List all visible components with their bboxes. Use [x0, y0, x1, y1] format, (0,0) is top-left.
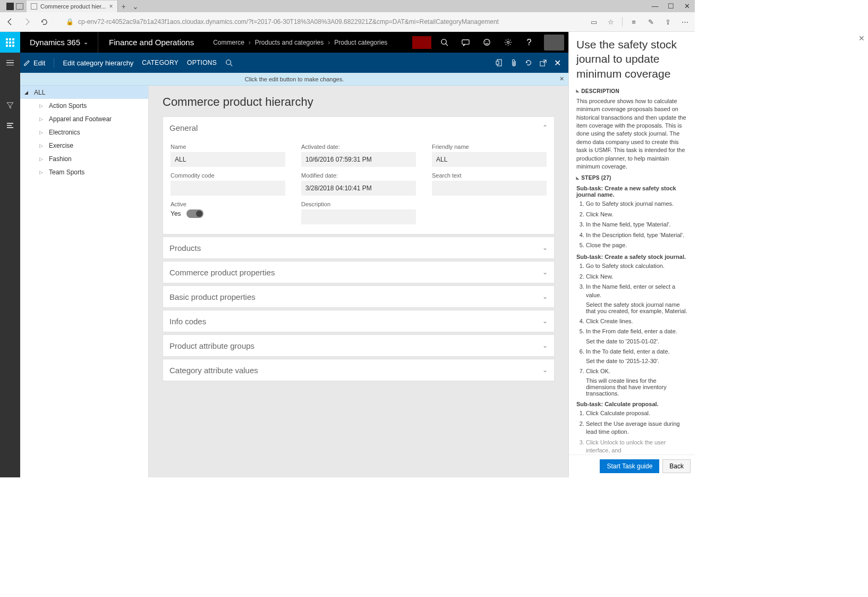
refresh-action-icon[interactable]: [525, 59, 532, 66]
tree-item[interactable]: ▷Apparel and Footwear: [20, 112, 148, 125]
modified-field[interactable]: [301, 181, 416, 196]
window-minimize[interactable]: —: [647, 2, 663, 10]
back-button[interactable]: Back: [662, 459, 691, 473]
messages-icon[interactable]: [455, 32, 476, 53]
more-icon[interactable]: ⋯: [679, 18, 691, 26]
tab-close-icon[interactable]: ×: [109, 3, 113, 10]
step: Go to Safety stock journal names.: [586, 200, 687, 208]
tree-root[interactable]: ◢ALL: [20, 86, 148, 99]
subtask-1: Sub-task: Create a new safety stock jour…: [576, 185, 687, 198]
activated-label: Activated date:: [301, 144, 416, 150]
window-maximize[interactable]: ☐: [663, 2, 679, 10]
window-close[interactable]: ✕: [679, 2, 695, 10]
svg-point-8: [488, 41, 488, 41]
help-icon[interactable]: ?: [518, 32, 540, 53]
name-field[interactable]: [171, 152, 285, 167]
notes-icon[interactable]: ✎: [645, 18, 657, 26]
svg-rect-1: [7, 125, 12, 126]
step: Go to Safety stock calculation.: [586, 262, 687, 270]
active-toggle[interactable]: [186, 209, 203, 218]
edit-button[interactable]: Edit: [23, 59, 45, 67]
lock-icon: 🔒: [66, 18, 74, 26]
description-field[interactable]: [301, 209, 416, 224]
feedback-icon[interactable]: [476, 32, 497, 53]
chevron-down-icon: ⌄: [542, 342, 548, 349]
tree-item[interactable]: ▷Team Sports: [20, 165, 148, 179]
activated-field[interactable]: [301, 152, 416, 167]
svg-line-11: [231, 64, 233, 66]
brand-label: Dynamics 365: [30, 38, 80, 47]
favorite-icon[interactable]: ☆: [605, 18, 617, 26]
crumb-1[interactable]: Commerce: [213, 39, 244, 46]
svg-point-3: [441, 39, 446, 44]
crumb-3[interactable]: Product categories: [334, 39, 387, 46]
back-button[interactable]: [4, 16, 16, 28]
filter-icon[interactable]: [0, 95, 20, 115]
office-icon[interactable]: [496, 59, 503, 66]
forward-button[interactable]: [21, 16, 33, 28]
options-tab[interactable]: OPTIONS: [187, 59, 217, 66]
section-general-header[interactable]: General⌃: [163, 117, 554, 138]
reading-view-icon[interactable]: ▭: [588, 18, 600, 26]
commodity-field[interactable]: [171, 181, 285, 196]
active-value: Yes: [171, 210, 181, 217]
browser-tab[interactable]: Commerce product hier... ×: [27, 1, 118, 12]
search-field[interactable]: [432, 181, 547, 196]
svg-point-7: [485, 41, 486, 41]
close-form-icon[interactable]: ✕: [554, 58, 561, 68]
svg-rect-5: [462, 40, 469, 44]
section-commerce-props-header[interactable]: Commerce product properties⌄: [163, 262, 554, 283]
search-label: Search text: [432, 172, 547, 179]
section-cat-attr-values-header[interactable]: Category attribute values⌄: [163, 359, 554, 381]
brand-menu[interactable]: Dynamics 365⌄: [20, 38, 98, 47]
tree-item[interactable]: ▷Exercise: [20, 139, 148, 152]
section-basic-props-header[interactable]: Basic product properties⌄: [163, 286, 554, 307]
edit-hierarchy-link[interactable]: Edit category hierarchy: [63, 59, 133, 67]
svg-point-9: [507, 41, 509, 43]
new-tab-button[interactable]: +: [118, 2, 130, 11]
tab-favicon: [31, 3, 37, 10]
category-tab[interactable]: CATEGORY: [142, 59, 178, 66]
window-icon: [16, 3, 23, 10]
user-avatar[interactable]: [544, 35, 564, 51]
tab-overflow-button[interactable]: ⌄: [130, 2, 141, 11]
step: In the Name field, type 'Material'.: [586, 221, 687, 229]
related-icon[interactable]: [0, 115, 20, 136]
tree-item[interactable]: ▷Action Sports: [20, 99, 148, 112]
start-task-guide-button[interactable]: Start Task guide: [600, 459, 659, 473]
step: Close the page.: [586, 241, 687, 249]
breadcrumb: Commerce› Products and categories› Produ…: [205, 39, 396, 46]
step: Select the Use average issue during lead…: [586, 420, 687, 436]
chevron-down-icon: ⌄: [542, 317, 548, 325]
tree-item[interactable]: ▷Electronics: [20, 125, 148, 139]
environment-badge: [412, 36, 431, 49]
nav-hamburger[interactable]: [0, 53, 20, 73]
popout-icon[interactable]: [540, 60, 547, 66]
friendly-field[interactable]: [432, 152, 547, 167]
action-search-icon[interactable]: [225, 59, 233, 66]
section-products-header[interactable]: Products⌄: [163, 237, 554, 258]
info-message: Click the edit button to make changes.: [245, 76, 344, 82]
info-close-icon[interactable]: ✕: [559, 75, 564, 82]
settings-icon[interactable]: [497, 32, 518, 53]
refresh-button[interactable]: [38, 16, 50, 28]
step: In the From date field, enter a date.: [586, 327, 687, 335]
share-icon[interactable]: ⇪: [662, 18, 674, 26]
step: Click Unlock to unlock the user interfac…: [586, 439, 687, 455]
address-bar[interactable]: 🔒 cp-env72-rc4052ac9a7b1a243f1aos.clouda…: [66, 18, 583, 26]
section-attr-groups-header[interactable]: Product attribute groups⌄: [163, 335, 554, 356]
app-launcher[interactable]: [0, 32, 20, 53]
search-icon[interactable]: [433, 32, 455, 53]
chevron-up-icon: ⌃: [542, 124, 548, 131]
help-desc-heading[interactable]: DESCRIPTION: [576, 88, 687, 94]
crumb-2[interactable]: Products and categories: [255, 39, 324, 46]
main-content: Commerce product hierarchy General⌃ Name…: [149, 86, 568, 477]
left-rail: [0, 32, 20, 477]
tree-item[interactable]: ▷Fashion: [20, 152, 148, 165]
section-general: General⌃ Name Activated date: Friendly n…: [163, 116, 555, 234]
step: Click New.: [586, 211, 687, 218]
attach-icon[interactable]: [510, 59, 517, 67]
hub-icon[interactable]: ≡: [628, 18, 640, 26]
section-info-codes-header[interactable]: Info codes⌄: [163, 310, 554, 332]
help-steps-heading[interactable]: STEPS (27): [576, 175, 687, 181]
